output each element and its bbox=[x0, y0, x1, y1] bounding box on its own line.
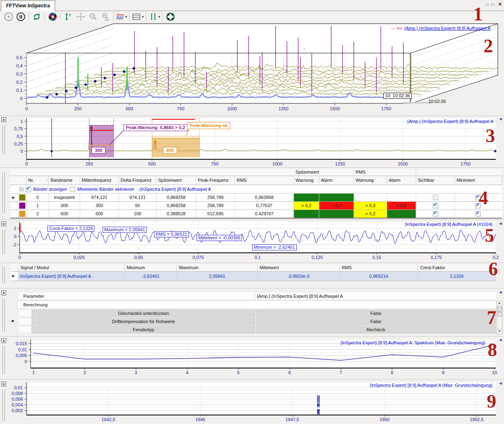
collapse-arrow-icon[interactable]: ◀ bbox=[499, 290, 502, 294]
parameter-value-cell[interactable]: False bbox=[256, 310, 496, 317]
checkbox[interactable]: ✔ bbox=[433, 203, 438, 208]
scale-y-icon: Y bbox=[64, 12, 74, 22]
band-label-600[interactable]: 600 bbox=[163, 147, 177, 154]
checkbox[interactable]: ✔ bbox=[433, 211, 438, 216]
collapse-arrow-icon[interactable]: ◀ bbox=[499, 381, 502, 385]
svg-text:7: 7 bbox=[340, 370, 342, 375]
panel-drag-grip[interactable] bbox=[2, 172, 5, 213]
scroll-thumb[interactable]: ≡ bbox=[497, 307, 502, 317]
panel-drag-grip[interactable] bbox=[2, 125, 5, 154]
panel-drag-grip[interactable] bbox=[2, 230, 5, 254]
waterfall-legend-label: {Amp.} (InSpectra Expert) [8:9] Aufhaspe… bbox=[404, 26, 491, 31]
stats-header-3: Mittelwert bbox=[258, 264, 340, 272]
zoom-out-button[interactable] bbox=[87, 11, 99, 22]
close-icon[interactable]: ✕ bbox=[498, 2, 502, 7]
row-marker-icon: ▶ bbox=[12, 196, 15, 199]
parameter-group-row[interactable]: Berechnung bbox=[18, 301, 496, 309]
column-header-warnung[interactable]: Warnung bbox=[294, 176, 319, 185]
reset-view-button[interactable] bbox=[47, 11, 58, 22]
pan-button[interactable] bbox=[75, 11, 87, 22]
limit-cell: > 0,2 bbox=[354, 210, 387, 218]
column-header-sichtbar[interactable]: Sichtbar bbox=[416, 176, 455, 185]
scale-y-button[interactable]: Y bbox=[63, 11, 74, 22]
collapse-arrow-icon[interactable]: ◀ bbox=[499, 338, 502, 342]
panel-drag-grip[interactable] bbox=[2, 266, 5, 283]
parameter-name-cell[interactable]: Driftkompensation für Rohwerte bbox=[32, 318, 255, 325]
parameter-value-cell[interactable]: Rechteck bbox=[256, 326, 496, 333]
nav-prev-icon[interactable]: ◁ bbox=[485, 2, 488, 7]
scroll-up-button[interactable]: ▲ bbox=[497, 301, 502, 306]
cursor-mode-button[interactable]: ▾ bbox=[148, 11, 161, 22]
svg-text:0,175: 0,175 bbox=[430, 255, 442, 260]
trend-legend-label[interactable]: (InSpectra Expert) [8:9] Aufhaspel A: Sp… bbox=[340, 340, 485, 345]
column-header-bandname[interactable]: Bandname bbox=[49, 176, 80, 185]
column-header-spitzenwert[interactable]: Spitzenwert bbox=[157, 176, 196, 185]
column-header-nr[interactable]: Nr./ bbox=[27, 176, 49, 185]
table-cell bbox=[416, 169, 502, 176]
zoom-out-all-button[interactable]: ALL bbox=[100, 11, 111, 22]
parameter-value-cell[interactable]: False bbox=[256, 318, 496, 325]
panel-close-button[interactable]: x bbox=[1, 338, 6, 343]
stats-cell-1: -2,62451 bbox=[125, 272, 177, 281]
tab-bar: FFTView InSpectra ◁ ▷ ✕ bbox=[0, 0, 504, 11]
stat-label-rms: RMS = 0,96521 bbox=[154, 231, 189, 237]
panel-close-button[interactable]: x bbox=[1, 117, 6, 122]
checkbox[interactable] bbox=[70, 187, 75, 192]
history-legend-label[interactable]: (InSpectra Expert) [8:9] Aufhaspel A (Ma… bbox=[370, 383, 493, 388]
collapse-arrow-icon[interactable]: ◀ bbox=[499, 117, 502, 121]
row-indent-cell bbox=[18, 318, 31, 325]
column-header-alarm[interactable]: Alarm bbox=[387, 176, 416, 185]
limit-cell bbox=[319, 210, 354, 218]
panel-close-button[interactable]: x bbox=[1, 221, 6, 226]
checkbox[interactable]: ✔ bbox=[26, 187, 31, 192]
svg-text:5: 5 bbox=[237, 370, 240, 375]
column-header-alarm[interactable]: Alarm bbox=[319, 176, 354, 185]
expand-collapse-box[interactable]: − bbox=[20, 187, 23, 191]
parameter-name-cell[interactable]: Fenstertyp bbox=[32, 326, 255, 333]
column-header-peakfrequenz[interactable]: Peak-Frequenz bbox=[196, 176, 235, 185]
refresh-button[interactable] bbox=[31, 11, 43, 22]
stat-label-mean: Mittelwert = -0,00395 bbox=[197, 235, 242, 241]
column-header-rms[interactable]: RMS bbox=[235, 176, 294, 185]
panel-close-button[interactable]: x bbox=[1, 290, 6, 295]
pause-button[interactable] bbox=[15, 11, 27, 22]
tab-fftview-inspectra[interactable]: FFTView InSpectra bbox=[1, 0, 55, 11]
nav-next-icon[interactable]: ▷ bbox=[491, 2, 495, 7]
cell-mittenfrequenz: 300 bbox=[80, 202, 119, 210]
play-button[interactable] bbox=[3, 11, 14, 22]
toolbar-separator bbox=[29, 12, 29, 21]
column-header-warnung[interactable]: Warnung bbox=[354, 176, 387, 185]
chevron-down-icon: ▾ bbox=[125, 15, 127, 19]
sync-button[interactable] bbox=[165, 11, 176, 22]
column-header-deltafrequenz[interactable]: Delta-Frequenz bbox=[119, 176, 157, 185]
check-mark: ✔ bbox=[476, 210, 479, 216]
parameter-name-cell[interactable]: Gleichanteil unterdrücken bbox=[32, 310, 255, 317]
scroll-down-button[interactable]: ▼ bbox=[497, 329, 502, 334]
collapse-arrow-icon[interactable]: ◀ bbox=[499, 221, 502, 225]
panel-drag-grip[interactable] bbox=[2, 299, 5, 332]
band-label-300[interactable]: 300 bbox=[92, 147, 105, 154]
stats-cell-4: 0,965214 bbox=[340, 272, 418, 281]
time-legend-label[interactable]: (InSpectra Expert) [8:9] Aufhaspel A (#1… bbox=[405, 222, 493, 227]
toolbar-separator bbox=[162, 12, 163, 21]
checkbox[interactable] bbox=[433, 195, 438, 200]
layout-button[interactable]: ▾ bbox=[132, 11, 144, 22]
curve-style-button[interactable]: ▾ bbox=[116, 11, 127, 22]
main-toolbar: Y ALL ▾ ▾ ▾ bbox=[0, 11, 504, 22]
scrollbar-vertical[interactable]: ▲≡▼ bbox=[497, 301, 502, 335]
spectrum-legend-label[interactable]: {Amp.} (InSpectra Expert) [8:9] Aufhaspe… bbox=[407, 119, 493, 124]
stats-cell-3: -3,9503e-3 bbox=[258, 272, 340, 281]
column-header-minimiert[interactable]: Minimiert bbox=[455, 176, 502, 185]
svg-text:500: 500 bbox=[125, 106, 133, 111]
svg-text:0,05: 0,05 bbox=[134, 255, 143, 260]
spectrum-chart[interactable]: 10,750,50,25002505007501000125015001750 bbox=[0, 116, 504, 168]
refresh-icon bbox=[32, 12, 42, 22]
column-header-mittenfrequenz[interactable]: Mittenfrequenz bbox=[80, 176, 119, 185]
panel-drag-grip[interactable] bbox=[2, 346, 5, 374]
waterfall-legend[interactable]: — {Amp.} (InSpectra Expert) [8:9] Aufhas… bbox=[391, 26, 491, 31]
checkbox[interactable]: ✔ bbox=[475, 211, 481, 216]
panel-close-button[interactable]: x bbox=[1, 382, 6, 386]
cell-peak_frequenz: 512,695 bbox=[196, 210, 235, 218]
svg-text:6: 6 bbox=[288, 370, 291, 375]
panel-drag-grip[interactable] bbox=[2, 389, 5, 421]
